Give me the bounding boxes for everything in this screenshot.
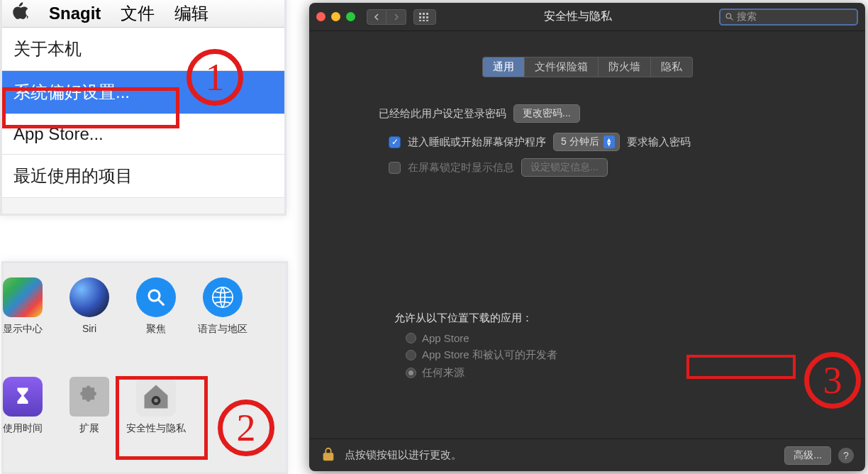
svg-rect-5: [419, 13, 421, 15]
menubar: Snagit 文件 编辑: [2, 0, 284, 28]
traffic-lights: [316, 12, 355, 21]
change-password-button[interactable]: 更改密码...: [513, 104, 580, 123]
pref-spotlight[interactable]: 聚焦: [123, 277, 189, 356]
footer-lock-text: 点按锁按钮以进行更改。: [345, 448, 462, 462]
require-password-label: 进入睡眠或开始屏幕保护程序: [408, 136, 546, 149]
system-preferences-panel: 显示中心 Siri 聚焦 语言与地区 使用时间: [1, 261, 288, 474]
require-password-checkbox[interactable]: ✓: [389, 136, 401, 148]
radio-label: App Store: [422, 332, 469, 344]
svg-rect-6: [423, 13, 425, 15]
svg-rect-13: [426, 20, 428, 21]
radio-icon: [406, 350, 416, 360]
general-content: 已经给此用户设定登录密码 更改密码... ✓ 进入睡眠或开始屏幕保护程序 5 分…: [309, 77, 865, 380]
svg-point-0: [149, 290, 160, 301]
svg-rect-8: [419, 16, 421, 18]
minimize-window-icon[interactable]: [331, 12, 340, 21]
svg-line-1: [159, 300, 165, 306]
lock-icon[interactable]: [321, 446, 336, 464]
pref-label: 使用时间: [3, 422, 43, 435]
require-password-tail-label: 要求输入密码: [627, 136, 691, 149]
siri-icon: [69, 277, 109, 317]
preferences-grid: 显示中心 Siri 聚焦 语言与地区 使用时间: [0, 277, 286, 455]
pref-label: 扩展: [79, 422, 99, 435]
tab-privacy[interactable]: 隐私: [651, 57, 693, 77]
pref-label: 显示中心: [3, 323, 43, 336]
allow-apps-title: 允许从以下位置下载的应用：: [394, 312, 823, 325]
spotlight-icon: [136, 277, 176, 317]
apple-menu-panel: Snagit 文件 编辑 关于本机 系统偏好设置... App Store...…: [0, 0, 286, 216]
set-lock-message-button: 设定锁定信息...: [521, 158, 608, 177]
advanced-button[interactable]: 高级...: [784, 446, 831, 465]
show-all-button[interactable]: [413, 9, 436, 25]
radio-icon: [406, 333, 416, 343]
menubar-file[interactable]: 文件: [121, 2, 155, 25]
security-privacy-window: 安全性与隐私 搜索 通用 文件保险箱 防火墙 隐私 已经给此用户设定登录密码 更…: [309, 3, 865, 471]
pref-label: 安全性与隐私: [126, 422, 186, 435]
menu-system-preferences[interactable]: 系统偏好设置...: [2, 71, 284, 114]
show-lock-message-label: 在屏幕锁定时显示信息: [408, 161, 514, 175]
require-password-delay-select[interactable]: 5 分钟后 ▲▼: [553, 133, 620, 151]
close-window-icon[interactable]: [316, 12, 326, 21]
menu-app-store[interactable]: App Store...: [2, 114, 284, 155]
radio-label: 任何来源: [422, 366, 464, 380]
nav-buttons: [367, 9, 406, 25]
forward-button[interactable]: [386, 9, 406, 25]
radio-icon: [406, 368, 416, 378]
pref-display-center[interactable]: 显示中心: [0, 277, 56, 356]
pref-label: Siri: [82, 323, 96, 334]
tab-general[interactable]: 通用: [482, 57, 525, 77]
pref-label: 语言与地区: [198, 323, 247, 336]
svg-rect-12: [423, 20, 425, 21]
display-icon: [3, 277, 43, 317]
svg-rect-10: [426, 16, 428, 18]
menu-about-this-mac[interactable]: 关于本机: [2, 28, 284, 71]
apple-menu: 关于本机 系统偏好设置... App Store... 最近使用的项目: [2, 28, 284, 198]
pref-siri[interactable]: Siri: [56, 277, 123, 356]
menubar-edit[interactable]: 编辑: [174, 2, 208, 25]
search-icon: [725, 12, 734, 21]
puzzle-icon: [69, 377, 109, 417]
help-button[interactable]: ?: [838, 448, 854, 463]
chevron-updown-icon: ▲▼: [603, 136, 615, 148]
radio-app-store[interactable]: App Store: [406, 332, 823, 344]
menu-recent-items[interactable]: 最近使用的项目: [2, 155, 284, 198]
radio-label: App Store 和被认可的开发者: [422, 348, 557, 362]
login-password-set-label: 已经给此用户设定登录密码: [379, 107, 506, 121]
window-title: 安全性与隐私: [443, 9, 712, 24]
search-input[interactable]: 搜索: [719, 9, 858, 26]
back-button[interactable]: [367, 9, 386, 25]
svg-rect-9: [423, 16, 425, 18]
allow-apps-radio-group: App Store App Store 和被认可的开发者 任何来源: [406, 332, 823, 380]
search-placeholder: 搜索: [737, 11, 757, 23]
radio-anywhere[interactable]: 任何来源: [406, 366, 823, 380]
hourglass-icon: [3, 377, 43, 417]
radio-identified-developers[interactable]: App Store 和被认可的开发者: [406, 348, 823, 362]
svg-rect-7: [426, 13, 428, 15]
svg-rect-11: [419, 20, 421, 21]
pref-screen-time[interactable]: 使用时间: [0, 377, 56, 455]
svg-point-4: [154, 399, 158, 403]
pref-extensions[interactable]: 扩展: [56, 377, 123, 455]
select-value: 5 分钟后: [561, 136, 599, 148]
svg-line-15: [730, 18, 733, 20]
tab-filevault[interactable]: 文件保险箱: [525, 57, 599, 77]
pref-label: 聚焦: [146, 323, 166, 336]
show-lock-message-checkbox[interactable]: [389, 162, 401, 174]
pref-language-region[interactable]: 语言与地区: [189, 277, 256, 356]
pref-security-privacy[interactable]: 安全性与隐私: [123, 377, 189, 455]
globe-icon: [203, 277, 243, 317]
zoom-window-icon[interactable]: [346, 12, 355, 21]
house-lock-icon: [136, 377, 176, 417]
tabs: 通用 文件保险箱 防火墙 隐私: [309, 57, 865, 77]
window-footer: 点按锁按钮以进行更改。 高级... ?: [309, 439, 865, 471]
menubar-appname[interactable]: Snagit: [49, 4, 101, 23]
apple-logo-icon[interactable]: [11, 2, 29, 25]
tab-firewall[interactable]: 防火墙: [599, 57, 651, 77]
titlebar: 安全性与隐私 搜索: [309, 3, 865, 31]
svg-point-14: [726, 13, 731, 18]
